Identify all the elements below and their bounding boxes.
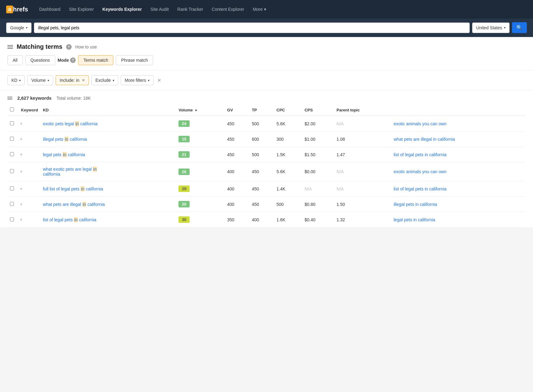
parent-topic-link[interactable]: exotic animals you can own (394, 121, 447, 126)
row-checkbox[interactable] (10, 137, 14, 141)
search-input[interactable] (34, 23, 470, 33)
help-icon[interactable]: ? (66, 44, 72, 50)
logo-hrefs: hrefs (13, 6, 28, 13)
keyword-highlight: in (82, 202, 86, 207)
mode-help-icon[interactable]: ? (70, 57, 76, 63)
keyword-link[interactable]: what pets are illegal in california (43, 202, 105, 207)
volume-filter[interactable]: Volume ▾ (27, 75, 53, 85)
tp-cell: 300 (274, 131, 302, 147)
row-checkbox-cell (7, 181, 19, 197)
add-keyword-button[interactable]: + (19, 169, 24, 174)
nav-dashboard[interactable]: Dashboard (36, 4, 64, 14)
col-header-tp: TP (249, 104, 274, 116)
nav-rank-tracker[interactable]: Rank Tracker (174, 4, 207, 14)
kd-cell: 21 (176, 147, 225, 162)
keyword-link[interactable]: list of legal pets in california (43, 217, 96, 222)
cps-cell: N/A (334, 181, 391, 197)
table-row: +what exotic pets are legal incalifornia… (7, 162, 526, 181)
select-all-header[interactable] (7, 104, 19, 116)
more-filters[interactable]: More filters ▾ (121, 75, 153, 85)
parent-topic-link[interactable]: legal pets in california (394, 217, 435, 222)
tab-questions[interactable]: Questions (25, 55, 55, 65)
row-checkbox[interactable] (10, 217, 14, 221)
add-keyword-button[interactable]: + (19, 186, 24, 192)
parent-topic-link[interactable]: list of legal pets in california (394, 152, 447, 157)
gv-cell: 450 (249, 197, 274, 212)
parent-topic-cell: what pets are illegal in california (391, 131, 526, 147)
keyword-cell: list of legal pets in california (40, 212, 176, 227)
row-checkbox-cell (7, 116, 19, 131)
filters-row: KD ▾ Volume ▾ Include: in ✕ Exclude ▾ Mo… (0, 70, 533, 90)
kd-filter[interactable]: KD ▾ (7, 75, 25, 85)
add-cell: + (19, 197, 40, 212)
parent-topic-cell: legal pets in california (391, 212, 526, 227)
chevron-down-icon: ▾ (264, 7, 266, 12)
table-row: +legal pets in california214505001.5K$1.… (7, 147, 526, 162)
parent-topic-link[interactable]: list of legal pets in california (394, 186, 447, 191)
tab-all[interactable]: All (7, 55, 23, 65)
cpc-cell: $0.40 (302, 212, 334, 227)
how-to-use-link[interactable]: How to use (75, 44, 97, 49)
keyword-highlight: in (65, 137, 69, 142)
table-section: 2,627 keywords Total volume: 18K Keyword… (0, 90, 533, 227)
hamburger-icon[interactable] (7, 45, 13, 49)
include-filter[interactable]: Include: in ✕ (56, 75, 89, 85)
volume-label: Volume (31, 78, 46, 83)
cpc-cell: $1.50 (302, 147, 334, 162)
search-bar: Google ▾ United States ▾ 🔍 (0, 19, 533, 37)
country-select[interactable]: United States ▾ (472, 23, 510, 33)
add-keyword-button[interactable]: + (19, 202, 24, 207)
cpc-cell: $2.00 (302, 116, 334, 131)
select-all-checkbox[interactable] (10, 107, 14, 111)
row-checkbox[interactable] (10, 121, 14, 125)
row-checkbox-cell (7, 212, 19, 227)
row-checkbox[interactable] (10, 186, 14, 190)
parent-topic-cell: illegal pets in california (391, 197, 526, 212)
gv-cell: 500 (249, 116, 274, 131)
include-label: Include: in (60, 78, 79, 83)
engine-select[interactable]: Google ▾ (6, 23, 31, 33)
country-label: United States (476, 25, 502, 30)
add-keyword-button[interactable]: + (19, 152, 24, 157)
col-header-volume[interactable]: Volume ▼ (176, 104, 225, 116)
parent-topic-cell: exotic animals you can own (391, 116, 526, 131)
main-content: Matching terms ? How to use All Question… (0, 37, 533, 227)
keyword-link[interactable]: what exotic pets are legal incalifornia (43, 167, 97, 177)
clear-all-button[interactable]: ✕ (156, 76, 162, 85)
search-button[interactable]: 🔍 (512, 22, 527, 33)
nav-site-audit[interactable]: Site Audit (147, 4, 172, 14)
kd-cell: 29 (176, 181, 225, 197)
keyword-link[interactable]: exotic pets legal in california (43, 121, 98, 126)
parent-topic-link[interactable]: illegal pets in california (394, 202, 437, 207)
col-header-kd: KD (40, 104, 176, 116)
keyword-highlight: in (74, 217, 78, 222)
tab-terms-match[interactable]: Terms match (78, 55, 113, 65)
nav-more[interactable]: More ▾ (249, 4, 270, 14)
parent-topic-link[interactable]: exotic animals you can own (394, 169, 447, 174)
tp-cell: 5.6K (274, 162, 302, 181)
nav-site-explorer[interactable]: Site Explorer (65, 4, 97, 14)
cpc-cell: $1.00 (302, 131, 334, 147)
keyword-link[interactable]: full list of legal pets in california (43, 186, 103, 191)
chevron-down-icon: ▾ (113, 79, 114, 82)
volume-cell: 450 (225, 147, 250, 162)
keyword-link[interactable]: illegal pets in california (43, 137, 87, 142)
row-checkbox[interactable] (10, 152, 14, 156)
keyword-link[interactable]: legal pets in california (43, 152, 85, 157)
add-keyword-button[interactable]: + (19, 121, 24, 127)
row-checkbox[interactable] (10, 202, 14, 206)
parent-topic-link[interactable]: what pets are illegal in california (394, 137, 455, 142)
section-header: Matching terms ? How to use (0, 37, 533, 50)
tp-cell: 5.6K (274, 116, 302, 131)
gv-cell: 500 (249, 147, 274, 162)
row-checkbox[interactable] (10, 169, 14, 173)
add-keyword-button[interactable]: + (19, 136, 24, 142)
add-keyword-button[interactable]: + (19, 217, 24, 223)
include-close-icon[interactable]: ✕ (82, 78, 85, 82)
logo[interactable]: ahrefs (6, 6, 28, 13)
nav-keywords-explorer[interactable]: Keywords Explorer (99, 4, 146, 14)
tab-phrase-match[interactable]: Phrase match (116, 55, 153, 65)
exclude-filter[interactable]: Exclude ▾ (91, 75, 118, 85)
gv-cell: 450 (249, 181, 274, 197)
nav-content-explorer[interactable]: Content Explorer (208, 4, 248, 14)
